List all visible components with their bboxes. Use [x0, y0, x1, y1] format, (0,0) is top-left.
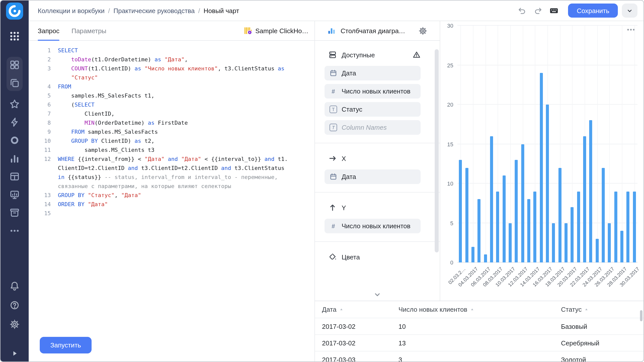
field-chips: Дата	[315, 165, 440, 184]
editor-tabs: Запрос Параметры Sample ClickHo…	[29, 21, 314, 41]
gridline-vertical	[473, 26, 473, 262]
code-text: COUNT(t1.ClientID) as "Число новых клиен…	[51, 64, 285, 73]
code-text	[51, 209, 58, 218]
code-line: 12WHERE {{interval_from}} < "Дата" and "…	[29, 155, 314, 164]
more-sections-chevron-icon[interactable]	[373, 291, 381, 299]
chart-bar	[534, 191, 537, 262]
save-more-button[interactable]	[622, 4, 637, 18]
run-button[interactable]: Запустить	[40, 337, 92, 353]
line-number: 5	[29, 92, 51, 101]
code-line: 6 (SELECT	[29, 101, 314, 110]
config-scrollbar[interactable]	[435, 49, 439, 252]
sidebar-bell-icon[interactable]	[10, 281, 20, 291]
code-text: WHERE {{interval_from}} < "Дата" and "Да…	[51, 155, 288, 164]
sidebar-bar-chart-icon[interactable]	[10, 153, 20, 163]
sidebar-collections-icon[interactable]	[10, 78, 20, 88]
code-line: 10 GROUP BY ClientID) as t2,	[29, 137, 314, 146]
field-chip[interactable]: #Число новых клиентов	[325, 219, 421, 233]
code-line: 4FROM	[29, 82, 314, 92]
section-label: Y	[342, 204, 346, 211]
code-line: 3 COUNT(t1.ClientID) as "Число новых кли…	[29, 64, 314, 73]
line-number: 7	[29, 110, 51, 119]
breadcrumb-item[interactable]: Коллекции и воркбуки	[38, 7, 105, 14]
code-line: 15	[29, 209, 314, 218]
expand-sidebar-button[interactable]	[11, 349, 19, 357]
chart-bar	[633, 191, 636, 262]
sidebar-widgets-icon[interactable]	[10, 60, 20, 70]
column-label: Статус	[561, 306, 582, 313]
field-chip[interactable]: Дата	[325, 169, 421, 184]
sidebar-table-icon[interactable]	[10, 171, 20, 182]
chart-bar	[502, 176, 505, 262]
gridline-vertical	[622, 26, 622, 262]
chart-settings-gear-icon[interactable]	[419, 26, 427, 35]
table-cell: 13	[398, 339, 561, 347]
sort-icon	[339, 307, 344, 312]
column-header-date[interactable]: Дата	[322, 306, 398, 313]
chevron-down-icon	[626, 7, 633, 14]
tab-query[interactable]: Запрос	[38, 21, 59, 40]
redo-button[interactable]	[531, 4, 545, 18]
breadcrumb: Коллекции и воркбуки/Практические руково…	[38, 7, 239, 14]
sidebar-lightning-icon[interactable]	[10, 117, 20, 127]
sidebar-question-icon[interactable]	[10, 300, 20, 310]
code-text: GROUP BY ClientID) as t2,	[51, 137, 154, 146]
section-header: Y	[315, 201, 440, 215]
code-line: 13GROUP BY "Статус", "Дата"	[29, 191, 314, 200]
keyboard-shortcuts-button[interactable]	[547, 4, 561, 18]
sort-icon	[584, 307, 589, 312]
chart-bar	[614, 191, 617, 262]
sidebar-gear-icon[interactable]	[10, 319, 20, 329]
sort-icon	[470, 307, 474, 312]
chart-bar	[527, 199, 530, 262]
chart-bar	[509, 223, 512, 262]
field-chip[interactable]: #Число новых клиентов	[325, 84, 421, 99]
column-header-status[interactable]: Статус	[561, 306, 643, 313]
datalens-logo[interactable]	[6, 3, 23, 20]
y-axis-label: 20	[440, 101, 453, 108]
chart-bar	[515, 160, 518, 262]
code-text: GROUP BY "Статус", "Дата"	[51, 191, 141, 200]
sidebar	[1, 1, 29, 361]
code-text: "Статус"	[51, 73, 98, 82]
gridline-vertical	[597, 26, 598, 262]
line-number: 15	[29, 209, 51, 218]
chart-type-title[interactable]: Столбчатая диагра…	[341, 27, 405, 34]
sql-code-editor[interactable]: 1SELECT2 toDate(t1.OrderDatetime) as "Да…	[29, 41, 314, 361]
table-cell: 2017-03-02	[322, 323, 398, 330]
field-chip-label: Column Names	[342, 124, 387, 131]
query-editor-panel: Запрос Параметры Sample ClickHo… 1SELECT…	[29, 21, 315, 361]
sidebar-box-icon[interactable]	[10, 208, 20, 218]
field-chip[interactable]: TСтатус	[325, 102, 421, 117]
table-scrollbar[interactable]	[640, 310, 642, 321]
undo-button[interactable]	[515, 4, 529, 18]
sidebar-ring-icon[interactable]	[10, 135, 20, 145]
code-text: SELECT	[51, 46, 78, 55]
field-chip[interactable]: TColumn Names	[325, 120, 421, 135]
warning-icon[interactable]	[413, 51, 421, 59]
save-button[interactable]: Сохранить	[568, 4, 618, 18]
column-header-new-clients[interactable]: Число новых клиентов	[398, 306, 561, 313]
code-line: 14ORDER BY "Дата"	[29, 200, 314, 209]
tab-parameters[interactable]: Параметры	[71, 21, 106, 40]
chart-bar	[620, 231, 623, 262]
code-text: MIN(OrderDatetime) as FirstDate	[51, 119, 188, 128]
chart-bar	[496, 191, 499, 262]
line-number: 11	[29, 146, 51, 155]
breadcrumb-item[interactable]: Практические руководства	[113, 7, 195, 14]
line-number: 12	[29, 155, 51, 164]
y-axis-label: 10	[440, 180, 453, 187]
arrow-right-icon	[329, 154, 337, 162]
line-number	[29, 173, 51, 182]
chart-bar	[577, 191, 580, 262]
chart-bar	[546, 105, 549, 262]
apps-grid-icon[interactable]	[9, 31, 20, 42]
section-header: Цвета	[315, 250, 440, 264]
line-number: 9	[29, 128, 51, 137]
sidebar-monitor-icon[interactable]	[10, 190, 20, 200]
sidebar-star-icon[interactable]	[10, 99, 20, 109]
connection-selector[interactable]: Sample ClickHo…	[244, 27, 308, 35]
sidebar-ellipsis-icon[interactable]	[10, 226, 20, 236]
column-label: Число новых клиентов	[398, 306, 467, 313]
field-chip[interactable]: Дата	[325, 66, 421, 80]
